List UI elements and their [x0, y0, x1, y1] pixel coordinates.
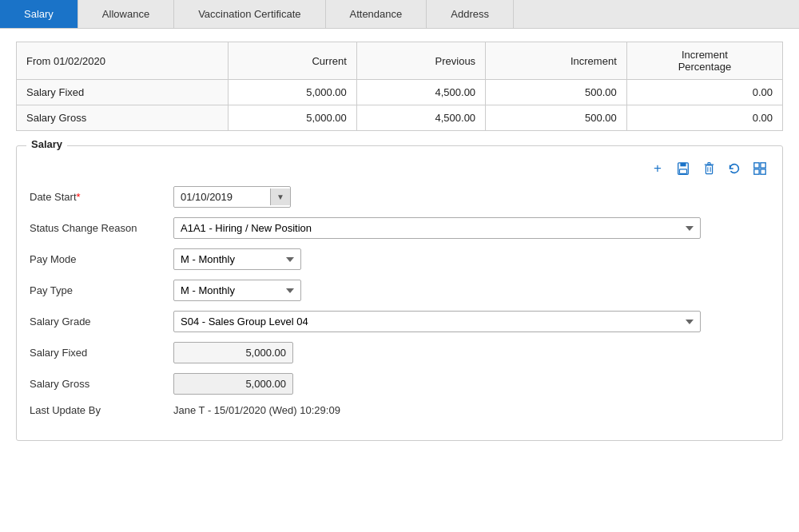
- row-increment: 500.00: [486, 105, 627, 131]
- salary-gross-row: Salary Gross: [30, 373, 769, 395]
- pay-mode-label: Pay Mode: [30, 253, 173, 265]
- add-icon[interactable]: +: [648, 159, 667, 178]
- pay-mode-row: Pay Mode M - Monthly: [30, 248, 769, 270]
- salary-fixed-row: Salary Fixed: [30, 342, 769, 363]
- pay-type-row: Pay Type M - Monthly: [30, 280, 769, 301]
- svg-rect-2: [680, 169, 687, 173]
- summary-table: From 01/02/2020 Current Previous Increme…: [16, 42, 783, 131]
- grid-icon[interactable]: [750, 159, 769, 178]
- date-start-label: Date Start*: [30, 191, 173, 203]
- last-update-label: Last Update By: [30, 404, 173, 416]
- row-previous: 4,500.00: [356, 105, 485, 131]
- salary-gross-input[interactable]: [173, 373, 293, 395]
- row-increment-pct: 0.00: [626, 105, 782, 131]
- salary-grade-row: Salary Grade S04 - Sales Group Level 04: [30, 311, 769, 332]
- salary-section: Salary +: [16, 145, 783, 441]
- svg-rect-9: [761, 163, 765, 168]
- pay-type-select[interactable]: M - Monthly: [173, 280, 301, 301]
- date-start-input[interactable]: [174, 187, 270, 207]
- salary-fixed-input[interactable]: [173, 342, 293, 363]
- svg-rect-11: [761, 169, 765, 174]
- row-current: 5,000.00: [228, 80, 356, 105]
- date-start-dropdown-btn[interactable]: ▼: [270, 189, 290, 205]
- salary-gross-label: Salary Gross: [30, 378, 173, 390]
- svg-rect-1: [680, 163, 686, 167]
- svg-rect-5: [707, 163, 710, 165]
- svg-rect-3: [706, 165, 712, 174]
- date-start-row: Date Start* ▼: [30, 186, 769, 208]
- last-update-value: Jane T - 15/01/2020 (Wed) 10:29:09: [173, 404, 340, 416]
- app-container: Salary Allowance Vaccination Certificate…: [0, 0, 799, 532]
- col-header-increment: Increment: [486, 42, 627, 80]
- reset-icon[interactable]: [725, 159, 744, 178]
- salary-section-title: Salary: [26, 138, 67, 150]
- status-change-label: Status Change Reason: [30, 222, 173, 234]
- row-label: Salary Fixed: [17, 80, 229, 105]
- table-row: Salary Fixed 5,000.00 4,500.00 500.00 0.…: [17, 80, 783, 105]
- col-header-from: From 01/02/2020: [17, 42, 229, 80]
- save-icon[interactable]: [674, 159, 693, 178]
- form-toolbar: +: [30, 159, 769, 178]
- col-header-increment-pct: IncrementPercentage: [626, 42, 782, 80]
- tab-salary[interactable]: Salary: [0, 0, 78, 28]
- col-header-current: Current: [228, 42, 356, 80]
- salary-grade-select[interactable]: S04 - Sales Group Level 04: [173, 311, 701, 332]
- salary-grade-label: Salary Grade: [30, 316, 173, 328]
- delete-icon[interactable]: [699, 159, 718, 178]
- main-content: From 01/02/2020 Current Previous Increme…: [0, 29, 799, 454]
- row-label: Salary Gross: [17, 105, 229, 131]
- row-increment-pct: 0.00: [626, 80, 782, 105]
- tab-address[interactable]: Address: [427, 0, 514, 28]
- tab-attendance[interactable]: Attendance: [326, 0, 427, 28]
- tab-allowance[interactable]: Allowance: [78, 0, 174, 28]
- salary-fixed-label: Salary Fixed: [30, 347, 173, 359]
- status-change-row: Status Change Reason A1A1 - Hiring / New…: [30, 217, 769, 239]
- pay-type-label: Pay Type: [30, 284, 173, 296]
- table-row: Salary Gross 5,000.00 4,500.00 500.00 0.…: [17, 105, 783, 131]
- status-change-select[interactable]: A1A1 - Hiring / New Position: [173, 217, 701, 239]
- pay-mode-select[interactable]: M - Monthly: [173, 248, 301, 270]
- col-header-previous: Previous: [356, 42, 485, 80]
- svg-rect-8: [754, 163, 759, 168]
- tab-vaccination[interactable]: Vaccination Certificate: [174, 0, 325, 28]
- row-current: 5,000.00: [228, 105, 356, 131]
- row-previous: 4,500.00: [356, 80, 485, 105]
- row-increment: 500.00: [486, 80, 627, 105]
- date-start-input-wrapper[interactable]: ▼: [173, 186, 291, 208]
- last-update-row: Last Update By Jane T - 15/01/2020 (Wed)…: [30, 404, 769, 416]
- svg-rect-10: [754, 169, 759, 174]
- tab-bar: Salary Allowance Vaccination Certificate…: [0, 0, 799, 29]
